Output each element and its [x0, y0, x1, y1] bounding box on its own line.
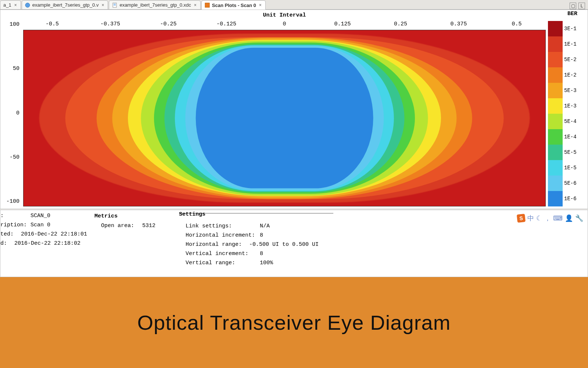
ime-status-bar[interactable]: S 中 ☾ ， ⌨ 👤 🔧 [517, 214, 583, 223]
close-icon[interactable]: × [193, 3, 197, 8]
legend-label: 1E-2 [564, 72, 577, 78]
detail-value: 2016-Dec-22 22:18:01 [14, 231, 87, 237]
tab-verilog-file[interactable]: example_ibert_7series_gtp_0.v × [22, 0, 108, 9]
detail-value: SCAN_0 [23, 213, 50, 219]
sogou-icon[interactable]: S [517, 214, 526, 223]
window-controls: ▢ L [570, 3, 585, 9]
legend-swatch [548, 191, 563, 206]
detail-row: Vertical increment:8 [179, 251, 319, 256]
punct-icon[interactable]: ， [544, 214, 551, 223]
svg-point-0 [25, 3, 30, 7]
chart-box: Unit Interval -0.5 -0.375 -0.25 -0.125 0… [23, 11, 546, 206]
tab-label: a_1 [3, 2, 11, 8]
legend-label: 1E-4 [564, 134, 577, 140]
tab-bar: a_1 × example_ibert_7series_gtp_0.v × ex… [0, 0, 588, 10]
tab-label: example_ibert_7series_gtp_0.v [32, 2, 99, 8]
tab-label: example_ibert_7series_gtp_0.xdc [119, 2, 191, 8]
scan-icon [205, 3, 210, 8]
scan-identity-column: :SCAN_0ription:Scan 0ted:2016-Dec-22 22:… [0, 213, 94, 269]
close-icon[interactable]: × [14, 3, 18, 8]
legend-label: 5E-3 [564, 88, 577, 93]
keyboard-icon[interactable]: ⌨ [553, 214, 563, 222]
x-tick: 0 [255, 21, 313, 27]
legend-label: 5E-6 [564, 180, 577, 186]
detail-key: d: [0, 241, 7, 246]
x-tick: -0.125 [197, 21, 255, 27]
caption-text: Optical Transceiver Eye Diagram [137, 311, 451, 335]
tab-a1[interactable]: a_1 × [0, 0, 21, 9]
moon-icon[interactable]: ☾ [536, 214, 542, 222]
legend-swatch [548, 129, 563, 145]
x-tick: 0.5 [488, 21, 546, 27]
y-tick: 50 [13, 66, 19, 71]
x-tick: -0.375 [81, 21, 139, 27]
legend-label: 5E-4 [564, 118, 577, 124]
legend-swatch [548, 98, 563, 114]
legend-swatch [548, 36, 563, 52]
verilog-icon [25, 3, 30, 8]
ber-legend: BER 3E-11E-15E-21E-25E-31E-35E-41E-45E-5… [548, 11, 583, 206]
close-icon[interactable]: × [258, 3, 262, 8]
y-tick: -100 [6, 199, 19, 204]
legend-swatch [548, 52, 563, 67]
svg-rect-3 [114, 4, 116, 5]
tab-xdc-file[interactable]: example_ibert_7series_gtp_0.xdc × [109, 0, 200, 9]
detail-row: ription:Scan 0 [0, 222, 80, 228]
detail-value: 2016-Dec-22 22:18:02 [7, 241, 80, 246]
tab-label: Scan Plots - Scan 0 [212, 3, 256, 8]
detail-key: ted: [0, 231, 14, 237]
x-axis-ticks: -0.5 -0.375 -0.25 -0.125 0 0.125 0.25 0.… [23, 20, 546, 27]
legend-label: 3E-1 [564, 26, 577, 32]
legend-label: 5E-5 [564, 149, 577, 155]
detail-value: 8 [252, 251, 263, 256]
detail-value: 100% [252, 260, 273, 266]
legend-label: 1E-3 [564, 103, 577, 109]
x-tick: -0.5 [23, 21, 81, 27]
detail-row: Link settings:N/A [179, 223, 319, 229]
detail-value: -0.500 UI to 0.500 UI [242, 242, 319, 247]
tool-icon[interactable]: 🔧 [575, 214, 583, 222]
scan-plot-panel: 100 50 0 -50 -100 Unit Interval -0.5 -0.… [0, 10, 588, 209]
detail-row: :SCAN_0 [0, 213, 80, 219]
legend-label: 1E-6 [564, 196, 577, 202]
legend-row: 5E-2 [548, 52, 583, 67]
legend-swatch [548, 176, 563, 191]
legend-row: 5E-5 [548, 145, 583, 160]
legend-label: 1E-5 [564, 165, 577, 171]
detail-key: Vertical range: [179, 260, 252, 266]
chart-title: Unit Interval [23, 11, 546, 20]
legend-title: BER [548, 11, 583, 21]
x-tick: 0.125 [313, 21, 372, 27]
detail-row: Horizontal increment:8 [179, 233, 319, 238]
xdc-icon [112, 3, 117, 8]
svg-rect-4 [114, 5, 116, 6]
caption-banner: Optical Transceiver Eye Diagram [0, 277, 588, 368]
close-icon[interactable]: × [101, 3, 105, 8]
ime-lang-icon[interactable]: 中 [527, 214, 534, 223]
detail-value: 8 [252, 233, 263, 238]
legend-row: 1E-3 [548, 98, 583, 114]
eye-diagram-heatmap[interactable] [23, 30, 546, 206]
leave-button[interactable]: L [578, 3, 585, 9]
svg-rect-5 [205, 3, 209, 7]
tab-scan-plots[interactable]: Scan Plots - Scan 0 × [201, 0, 266, 10]
detail-value: N/A [252, 223, 270, 229]
legend-row: 5E-4 [548, 114, 583, 129]
app-root: a_1 × example_ibert_7series_gtp_0.v × ex… [0, 0, 588, 368]
detail-row: Horizontal range:-0.500 UI to 0.500 UI [179, 242, 319, 247]
legend-row: 5E-6 [548, 176, 583, 191]
legend-label: 1E-1 [564, 41, 577, 47]
legend-row: 1E-1 [548, 36, 583, 52]
legend-row: 5E-3 [548, 83, 583, 98]
metrics-column: Metrics Open area:5312 [94, 213, 179, 269]
y-tick: -50 [10, 155, 19, 160]
user-icon[interactable]: 👤 [565, 214, 573, 222]
legend-label: 5E-2 [564, 57, 577, 63]
legend-row: 1E-2 [548, 67, 583, 83]
legend-swatch [548, 67, 563, 83]
detail-key: ription: [0, 222, 23, 228]
metrics-heading: Metrics [94, 213, 164, 219]
minimize-button[interactable]: ▢ [570, 3, 576, 9]
detail-row: Open area:5312 [94, 223, 164, 229]
svg-rect-2 [114, 4, 116, 4]
